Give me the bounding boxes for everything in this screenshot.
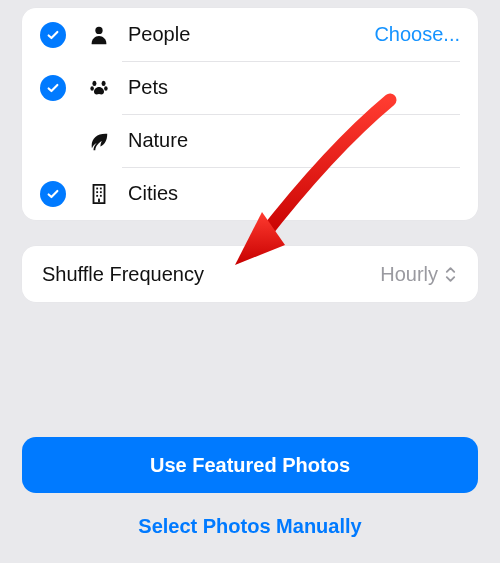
category-label: People bbox=[128, 23, 374, 46]
svg-rect-8 bbox=[100, 191, 102, 193]
select-photos-manually-button[interactable]: Select Photos Manually bbox=[22, 499, 478, 553]
paw-icon bbox=[86, 75, 112, 101]
svg-point-0 bbox=[95, 26, 102, 33]
checkmark-icon[interactable] bbox=[40, 75, 66, 101]
category-row-nature[interactable]: Nature bbox=[22, 114, 478, 167]
shuffle-frequency-card: Shuffle Frequency Hourly bbox=[22, 246, 478, 302]
category-row-cities[interactable]: Cities bbox=[22, 167, 478, 220]
svg-point-4 bbox=[104, 86, 107, 90]
svg-rect-5 bbox=[96, 187, 98, 189]
svg-rect-11 bbox=[98, 198, 100, 202]
category-label: Pets bbox=[128, 76, 460, 99]
setting-label: Shuffle Frequency bbox=[42, 263, 380, 286]
person-icon bbox=[86, 22, 112, 48]
bottom-actions: Use Featured Photos Select Photos Manual… bbox=[0, 437, 500, 553]
setting-value: Hourly bbox=[380, 263, 438, 286]
up-down-chevron-icon bbox=[444, 263, 458, 285]
svg-point-2 bbox=[102, 80, 106, 85]
building-icon bbox=[86, 181, 112, 207]
category-label: Cities bbox=[128, 182, 460, 205]
category-label: Nature bbox=[128, 129, 460, 152]
choose-button[interactable]: Choose... bbox=[374, 23, 460, 46]
category-list: People Choose... Pets Nature Cities bbox=[22, 8, 478, 220]
svg-point-1 bbox=[92, 80, 96, 85]
svg-rect-9 bbox=[96, 194, 98, 196]
checkbox-empty[interactable] bbox=[40, 128, 66, 154]
checkmark-icon[interactable] bbox=[40, 181, 66, 207]
svg-point-3 bbox=[90, 86, 93, 90]
svg-rect-6 bbox=[100, 187, 102, 189]
use-featured-photos-button[interactable]: Use Featured Photos bbox=[22, 437, 478, 493]
svg-rect-10 bbox=[100, 194, 102, 196]
checkmark-icon[interactable] bbox=[40, 22, 66, 48]
category-row-pets[interactable]: Pets bbox=[22, 61, 478, 114]
svg-rect-7 bbox=[96, 191, 98, 193]
shuffle-frequency-row[interactable]: Shuffle Frequency Hourly bbox=[22, 246, 478, 302]
category-row-people[interactable]: People Choose... bbox=[22, 8, 478, 61]
leaf-icon bbox=[86, 128, 112, 154]
